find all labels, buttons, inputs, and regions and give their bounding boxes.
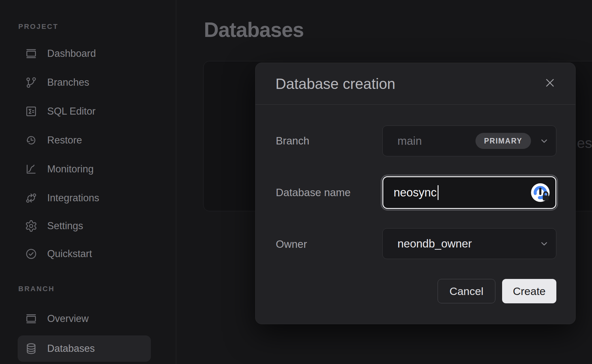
sidebar-item-integrations[interactable]: Integrations xyxy=(18,185,151,211)
sidebar-item-label: Integrations xyxy=(47,192,99,204)
occluded-background-text: es xyxy=(577,135,592,152)
sidebar-item-quickstart[interactable]: Quickstart xyxy=(18,241,151,267)
sidebar-item-label: Dashboard xyxy=(47,48,96,59)
sidebar-item-dashboard[interactable]: Dashboard xyxy=(18,40,151,67)
cancel-button[interactable]: Cancel xyxy=(438,279,495,303)
dashboard-icon xyxy=(25,47,38,60)
sidebar-item-label: Quickstart xyxy=(47,248,92,260)
sidebar-item-label: Restore xyxy=(47,134,82,146)
sidebar-item-label: Branches xyxy=(47,77,89,88)
sql-editor-icon xyxy=(25,105,38,118)
text-cursor xyxy=(438,185,439,200)
owner-select[interactable]: neondb_owner xyxy=(382,228,556,259)
chevron-down-icon xyxy=(539,239,549,248)
sidebar-item-settings[interactable]: Settings xyxy=(18,213,151,239)
owner-label: Owner xyxy=(276,238,307,250)
sidebar-item-label: Settings xyxy=(47,220,83,232)
overview-icon xyxy=(25,312,38,325)
sidebar-section-project: PROJECT xyxy=(18,22,58,31)
sidebar-item-label: Overview xyxy=(47,313,89,325)
branch-select[interactable]: main PRIMARY xyxy=(382,126,556,156)
circle-check-icon xyxy=(25,247,38,260)
database-creation-modal: Database creation Branch main PRIMARY Da… xyxy=(255,63,576,324)
sidebar-item-label: Monitoring xyxy=(47,163,94,175)
page-title: Databases xyxy=(204,18,304,42)
sidebar-item-monitoring[interactable]: Monitoring xyxy=(18,156,151,182)
modal-header: Database creation xyxy=(256,63,575,105)
gear-icon xyxy=(25,220,38,232)
history-clock-icon xyxy=(25,134,38,147)
integrations-arrows-icon xyxy=(25,192,38,204)
sidebar-item-databases[interactable]: Databases xyxy=(18,335,151,362)
database-name-value: neosync xyxy=(394,186,437,199)
branch-label: Branch xyxy=(276,135,309,147)
git-branch-icon xyxy=(25,76,38,89)
database-name-label: Database name xyxy=(276,186,351,199)
close-button[interactable] xyxy=(542,75,558,91)
branch-value: main xyxy=(397,134,422,147)
chevron-down-icon xyxy=(539,136,549,146)
onepassword-icon[interactable] xyxy=(530,183,550,203)
modal-title: Database creation xyxy=(275,75,395,92)
close-icon xyxy=(544,77,556,89)
primary-badge: PRIMARY xyxy=(475,133,531,149)
sidebar-item-overview[interactable]: Overview xyxy=(18,306,151,332)
sidebar-item-restore[interactable]: Restore xyxy=(18,127,151,153)
sidebar-section-branch: BRANCH xyxy=(18,285,55,293)
database-icon xyxy=(25,342,38,355)
sidebar-item-sql-editor[interactable]: SQL Editor xyxy=(18,98,151,125)
sidebar: PROJECT Dashboard Branches SQL Editor Re… xyxy=(0,0,176,364)
sidebar-item-label: Databases xyxy=(47,343,95,354)
create-button[interactable]: Create xyxy=(502,279,556,303)
line-chart-icon xyxy=(25,163,38,176)
sidebar-item-label: SQL Editor xyxy=(47,106,95,117)
database-name-input[interactable]: neosync xyxy=(382,176,556,209)
owner-value: neondb_owner xyxy=(397,237,472,250)
sidebar-item-branches[interactable]: Branches xyxy=(18,69,151,96)
